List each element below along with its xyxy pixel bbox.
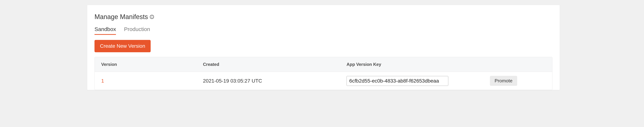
promote-button[interactable]: Promote <box>490 76 517 86</box>
tabs: Sandbox Production <box>94 26 552 35</box>
table-row: 1 2021-05-19 03:05:27 UTC Promote <box>95 72 552 90</box>
page-title-row: Manage Manifests <box>94 13 552 21</box>
version-link[interactable]: 1 <box>101 78 104 84</box>
app-version-key-input[interactable] <box>346 76 448 86</box>
tab-sandbox[interactable]: Sandbox <box>94 26 116 35</box>
created-cell: 2021-05-19 03:05:27 UTC <box>196 72 340 90</box>
col-header-actions <box>455 57 552 72</box>
manage-manifests-card: Manage Manifests Sandbox Production Crea… <box>87 5 560 90</box>
create-new-version-button[interactable]: Create New Version <box>94 40 151 52</box>
info-icon[interactable] <box>150 15 154 19</box>
svg-rect-2 <box>152 17 152 18</box>
manifests-table: Version Created App Version Key 1 2021-0… <box>95 57 552 90</box>
col-header-created: Created <box>196 57 340 72</box>
col-header-version: Version <box>95 57 196 72</box>
svg-point-1 <box>152 16 152 16</box>
tab-production[interactable]: Production <box>124 26 150 35</box>
manifests-table-wrap: Version Created App Version Key 1 2021-0… <box>94 57 552 90</box>
col-header-app-version-key: App Version Key <box>340 57 455 72</box>
table-header-row: Version Created App Version Key <box>95 57 552 72</box>
page-title: Manage Manifests <box>94 13 148 21</box>
